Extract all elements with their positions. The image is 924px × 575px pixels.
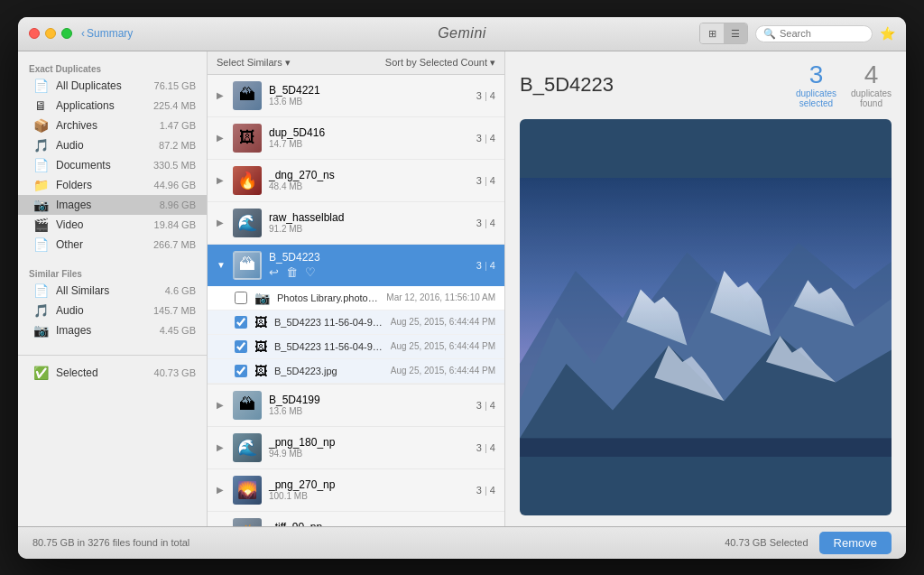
duplicates-selected-stat: 3 duplicatesselected xyxy=(796,62,836,108)
trash-icon[interactable]: 🗑 xyxy=(286,265,298,279)
duplicates-found-label: duplicatesfound xyxy=(851,88,892,108)
favorites-button[interactable]: ⭐ xyxy=(880,26,895,41)
minimize-button[interactable] xyxy=(45,28,56,39)
other-icon: 📄 xyxy=(32,237,49,252)
sidebar-item-audio-similar[interactable]: 🎵 Audio 145.7 MB xyxy=(18,301,207,320)
group-thumbnail: 🏔 xyxy=(233,391,262,420)
remove-button[interactable]: Remove xyxy=(819,532,892,554)
sidebar-item-folders[interactable]: 📁 Folders 44.96 GB xyxy=(18,175,207,195)
file-checkbox[interactable] xyxy=(235,316,247,329)
archives-icon: 📦 xyxy=(32,118,49,133)
file-name: B_5D4223 11-56-04-991... xyxy=(274,341,383,352)
selected-size-text: 40.73 GB Selected xyxy=(725,537,808,548)
group-counts: 3 | 4 xyxy=(476,218,495,228)
right-panel: B_5D4223 3 duplicatesselected 4 duplicat… xyxy=(505,51,906,526)
chevron-right-icon: ▶ xyxy=(217,485,226,495)
file-group-_png_270_np: ▶ 🌄 _png_270_np 100.1 MB 3 | 4 xyxy=(208,469,504,512)
search-box: 🔍 xyxy=(755,25,873,42)
sidebar-item-other[interactable]: 📄 Other 266.7 MB xyxy=(18,235,207,255)
group-size: 100.1 MB xyxy=(269,491,469,501)
group-counts: 3 | 4 xyxy=(476,90,495,101)
file-group-header-_tiff_90_pp[interactable]: ▶ 📸 _tiff_90_pp 100+ MB 3 | 4 xyxy=(208,512,504,526)
file-group-header-raw_hasselblad[interactable]: ▶ 🌊 raw_hasselblad 91.2 MB 3 | 4 xyxy=(208,202,504,244)
file-item: 🖼 B_5D4223.jpg Aug 25, 2015, 6:44:44 PM xyxy=(208,359,504,384)
file-group-header-B_5D4223[interactable]: ▼ 🏔 B_5D4223 ↩ 🗑 ♡ 3 | 4 xyxy=(208,245,504,286)
sidebar-item-size: 76.15 GB xyxy=(154,80,196,91)
file-group-B_5D4223: ▼ 🏔 B_5D4223 ↩ 🗑 ♡ 3 | 4 xyxy=(208,245,504,385)
sidebar-item-label: Archives xyxy=(56,119,152,132)
sidebar-item-applications[interactable]: 🖥 Applications 225.4 MB xyxy=(18,96,207,116)
selected-icon: ✅ xyxy=(32,366,49,380)
sidebar-item-documents[interactable]: 📄 Documents 330.5 MB xyxy=(18,155,207,175)
file-group-raw_hasselblad: ▶ 🌊 raw_hasselblad 91.2 MB 3 | 4 xyxy=(208,202,504,245)
chevron-right-icon: ▶ xyxy=(217,218,226,227)
sidebar-item-all-similars[interactable]: 📄 All Similars 4.6 GB xyxy=(18,281,207,301)
app-title: Gemini xyxy=(438,25,486,42)
image-icon: 🖼 xyxy=(254,339,267,354)
sidebar-item-label: Images xyxy=(56,324,152,337)
file-checkbox[interactable] xyxy=(235,340,247,353)
file-checkbox[interactable] xyxy=(235,365,247,377)
replace-icon[interactable]: ↩ xyxy=(269,265,279,279)
group-size: 48.4 MB xyxy=(269,181,469,191)
sidebar-item-all-duplicates[interactable]: 📄 All Duplicates 76.15 GB xyxy=(18,76,207,96)
video-icon: 🎬 xyxy=(32,218,49,232)
sort-button[interactable]: Sort by Selected Count ▾ xyxy=(385,57,495,69)
sidebar-item-size: 8.96 GB xyxy=(160,199,196,210)
file-group-header-_png_180_np[interactable]: ▶ 🌊 _png_180_np 94.9 MB 3 | 4 xyxy=(208,427,504,468)
file-group-header-_dng_270_ns[interactable]: ▶ 🔥 _dng_270_ns 48.4 MB 3 | 4 xyxy=(208,160,504,201)
sidebar-item-archives[interactable]: 📦 Archives 1.47 GB xyxy=(18,116,207,135)
file-date: Aug 25, 2015, 6:44:44 PM xyxy=(391,341,495,351)
close-button[interactable] xyxy=(29,28,40,39)
sidebar-item-audio[interactable]: 🎵 Audio 87.2 MB xyxy=(18,135,207,155)
search-input[interactable] xyxy=(780,28,861,39)
sidebar-item-selected[interactable]: ✅ Selected 40.73 GB xyxy=(18,363,207,383)
group-name: B_5D4221 xyxy=(269,84,469,97)
chevron-right-icon: ▶ xyxy=(217,400,226,410)
applications-icon: 🖥 xyxy=(32,98,49,113)
photoslibrary-icon: 📷 xyxy=(254,291,270,305)
sidebar-item-label: Documents xyxy=(56,159,146,172)
group-thumbnail: 🖼 xyxy=(233,124,262,153)
heart-icon[interactable]: ♡ xyxy=(305,265,316,279)
file-group-header-B_5D4221[interactable]: ▶ 🏔 B_5D4221 13.6 MB 3 | 4 xyxy=(208,75,504,116)
file-checkbox[interactable] xyxy=(235,292,247,304)
group-name: _png_270_np xyxy=(269,478,469,491)
maximize-button[interactable] xyxy=(61,28,72,39)
grid-view-button[interactable]: ⊞ xyxy=(700,23,724,43)
list-view-button[interactable]: ☰ xyxy=(724,23,747,43)
group-info: B_5D4199 13.6 MB xyxy=(269,394,469,416)
sidebar-item-images-similar[interactable]: 📷 Images 4.45 GB xyxy=(18,320,207,340)
file-group-header-_png_270_np[interactable]: ▶ 🌄 _png_270_np 100.1 MB 3 | 4 xyxy=(208,469,504,511)
group-info: B_5D4221 13.6 MB xyxy=(269,84,469,107)
sidebar-item-label: Video xyxy=(56,218,147,231)
duplicates-found-number: 4 xyxy=(864,62,879,88)
file-group-header-dup_5D416[interactable]: ▶ 🖼 dup_5D416 14.7 MB 3 | 4 xyxy=(208,117,504,159)
group-size: 14.7 MB xyxy=(269,139,469,149)
sidebar: Exact Duplicates 📄 All Duplicates 76.15 … xyxy=(18,51,208,526)
svg-rect-10 xyxy=(520,178,892,457)
back-button[interactable]: ‹ Summary xyxy=(81,27,133,40)
group-size: 94.9 MB xyxy=(269,449,469,459)
group-size: 91.2 MB xyxy=(269,224,469,234)
group-size: 13.6 MB xyxy=(269,97,469,107)
sidebar-item-size: 87.2 MB xyxy=(159,140,196,151)
select-similars-button[interactable]: Select Similars ▾ xyxy=(217,57,291,69)
file-group-header-B_5D4199[interactable]: ▶ 🏔 B_5D4199 13.6 MB 3 | 4 xyxy=(208,385,504,426)
file-group-B_5D4199: ▶ 🏔 B_5D4199 13.6 MB 3 | 4 xyxy=(208,385,504,427)
sidebar-item-label: Audio xyxy=(56,304,146,317)
sidebar-item-video[interactable]: 🎬 Video 19.84 GB xyxy=(18,215,207,235)
toolbar-right: ⊞ ☰ 🔍 ⭐ xyxy=(699,23,895,44)
group-counts: 3 | 4 xyxy=(476,442,495,453)
sidebar-item-images[interactable]: 📷 Images 8.96 GB xyxy=(18,195,207,215)
file-item: 🖼 B_5D4223 11-56-04-991... Aug 25, 2015,… xyxy=(208,335,504,359)
group-counts: 3 | 4 xyxy=(476,400,495,411)
similar-files-section-label: Similar Files xyxy=(18,264,207,281)
documents-icon: 📄 xyxy=(32,158,49,172)
group-thumbnail: 🌄 xyxy=(233,476,262,505)
group-counts: 3 | 4 xyxy=(476,260,495,271)
sidebar-item-label: Folders xyxy=(56,179,147,191)
mountain-preview-svg xyxy=(520,119,892,515)
sidebar-item-size: 4.45 GB xyxy=(160,325,196,336)
file-date: Aug 25, 2015, 6:44:44 PM xyxy=(391,317,495,327)
